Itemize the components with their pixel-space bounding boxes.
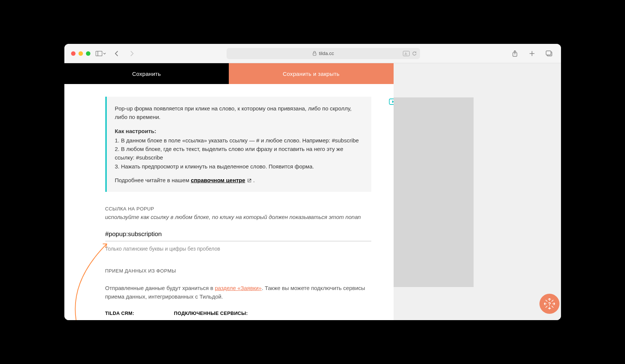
info-more: Подробнее читайте в нашем справочном цен… [115, 176, 362, 184]
leads-section-link[interactable]: разделе «Заявки» [215, 285, 262, 291]
preview-pane [394, 63, 561, 320]
info-intro: Pop-up форма появляется при клике на сло… [115, 104, 362, 122]
popup-link-subhint: Только латинские буквы и цифры без пробе… [105, 246, 371, 252]
save-close-label: Сохранить и закрыть [283, 71, 340, 77]
back-button[interactable] [111, 48, 122, 59]
popup-link-field: ССЫЛКА НА POPUP используйте как ссылку в… [105, 206, 371, 252]
action-tabs: Сохранить Сохранить и закрыть [64, 63, 394, 84]
safari-toolbar: tilda.cc あ [64, 44, 561, 63]
minimize-window-button[interactable] [78, 51, 83, 56]
help-center-link[interactable]: справочном центре [191, 177, 245, 183]
browser-window: tilda.cc あ [64, 44, 561, 320]
settings-scroll[interactable]: i Pop-up форма появляется при клике на с… [64, 84, 394, 320]
new-tab-button[interactable] [527, 48, 537, 59]
translate-icon[interactable]: あ [403, 51, 410, 56]
svg-text:あ: あ [404, 52, 407, 55]
services-row: TILDA CRM: LEADS ПОДКЛЮЧЕННЫЕ СЕРВИСЫ: M… [105, 310, 371, 320]
help-bubble-button[interactable]: ? [539, 294, 560, 314]
services-column: ПОДКЛЮЧЕННЫЕ СЕРВИСЫ: MAILERLITE: MAILER… [174, 310, 293, 320]
save-button[interactable]: Сохранить [64, 63, 229, 84]
services-head: ПОДКЛЮЧЕННЫЕ СЕРВИСЫ: [174, 310, 293, 316]
crm-column: TILDA CRM: LEADS [105, 310, 174, 320]
info-box: i Pop-up форма появляется при клике на с… [105, 97, 371, 192]
video-help-icon[interactable]: i [388, 96, 394, 106]
sidebar-toggle-button[interactable] [96, 48, 106, 59]
save-label: Сохранить [132, 71, 161, 77]
close-window-button[interactable] [71, 51, 76, 56]
popup-link-label: ССЫЛКА НА POPUP [105, 206, 371, 212]
svg-rect-7 [546, 51, 551, 55]
address-bar-wrap: tilda.cc あ [142, 48, 504, 59]
svg-text:?: ? [548, 301, 551, 306]
traffic-lights [71, 51, 90, 56]
maximize-window-button[interactable] [86, 51, 90, 56]
info-steps: 1. В данном блоке в поле «ссылка» указат… [115, 136, 362, 171]
svg-rect-2 [313, 53, 316, 56]
reload-icon[interactable] [412, 51, 417, 56]
snowflake-question-icon: ? [543, 297, 556, 310]
crm-head: TILDA CRM: [105, 310, 174, 316]
info-step3: 3. Нажать предпросмотр и кликнуть на выд… [115, 162, 362, 171]
popup-link-hint: используйте как ссылку в любом блоке, по… [105, 214, 371, 220]
svg-rect-0 [96, 51, 102, 56]
info-howto-title: Как настроить: [115, 127, 362, 135]
editor-panel: Сохранить Сохранить и закрыть i [64, 63, 394, 320]
share-button[interactable] [510, 48, 520, 59]
tab-overview-button[interactable] [544, 48, 554, 59]
info-step1: 1. В данном блоке в поле «ссылка» указат… [115, 136, 362, 145]
save-close-button[interactable]: Сохранить и закрыть [229, 63, 394, 84]
form-data-label: ПРИЕМ ДАННЫХ ИЗ ФОРМЫ [105, 268, 371, 274]
url-host: tilda.cc [319, 51, 334, 56]
external-link-icon [247, 178, 251, 183]
form-data-desc: Отправленные данные будут храниться в ра… [105, 284, 371, 301]
lock-icon [312, 51, 317, 56]
forward-button[interactable] [127, 48, 137, 59]
form-data-section: ПРИЕМ ДАННЫХ ИЗ ФОРМЫ Отправленные данны… [105, 268, 371, 320]
preview-placeholder [394, 97, 474, 287]
popup-link-input[interactable] [105, 228, 371, 241]
info-step2: 2. В любом блоке, где есть текст, выдели… [115, 145, 362, 162]
content-area: Сохранить Сохранить и закрыть i [64, 63, 561, 320]
address-bar[interactable]: tilda.cc あ [227, 48, 420, 59]
